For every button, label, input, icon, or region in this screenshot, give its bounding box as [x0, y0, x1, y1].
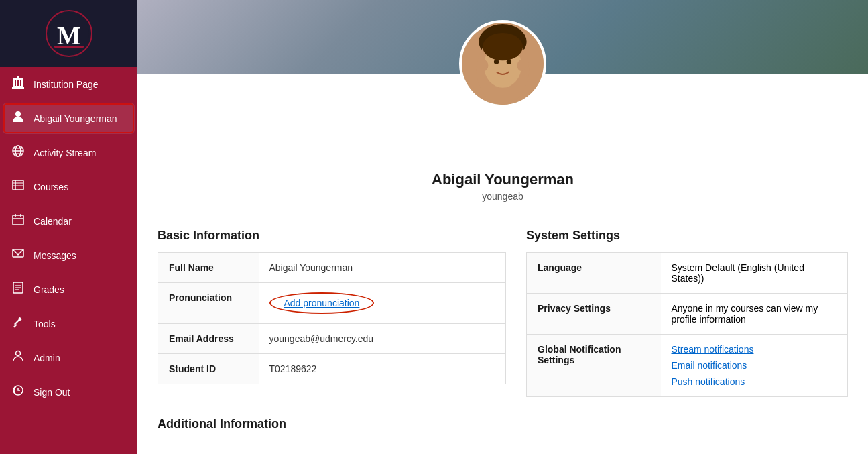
sidebar-item-grades[interactable]: Grades	[0, 272, 137, 306]
sidebar-item-courses[interactable]: Courses	[0, 170, 137, 204]
table-row: Email Address youngeab@udmercy.edu	[158, 324, 506, 354]
svg-text:M: M	[57, 21, 81, 50]
main-content: Abigail Youngerman youngeab Basic Inform…	[137, 0, 868, 454]
svg-rect-17	[13, 180, 23, 190]
sidebar-item-admin[interactable]: Admin	[0, 341, 137, 375]
sidebar-label-courses: Courses	[34, 182, 68, 192]
svg-rect-9	[19, 80, 20, 86]
svg-rect-7	[21, 80, 23, 86]
sidebar-label-admin: Admin	[34, 353, 60, 363]
sidebar-label-grades: Grades	[34, 284, 64, 295]
sidebar-item-activity-stream[interactable]: Activity Stream	[0, 135, 137, 170]
system-settings-title: System Settings	[526, 229, 848, 243]
globe-icon	[11, 144, 25, 161]
admin-icon	[11, 349, 25, 366]
avatar	[462, 20, 544, 107]
profile-name: Abigail Youngerman	[137, 171, 868, 188]
profile-username: youngeab	[137, 191, 868, 202]
svg-rect-21	[13, 215, 23, 225]
sidebar-label-institution: Institution Page	[34, 79, 99, 90]
sidebar-item-sign-out[interactable]: Sign Out	[0, 375, 137, 409]
table-row: Privacy Settings Anyone in my courses ca…	[527, 294, 848, 335]
additional-info-title: Additional Information	[158, 417, 848, 431]
svg-point-36	[494, 60, 499, 64]
courses-icon	[11, 178, 25, 195]
notifications-label: Global Notification Settings	[527, 335, 661, 397]
sidebar-label-messages: Messages	[34, 250, 76, 261]
student-id-label: Student ID	[158, 354, 259, 384]
add-pronunciation-link[interactable]: Add pronunciation	[269, 292, 375, 314]
logo-icon: M	[49, 13, 89, 54]
sidebar-item-messages[interactable]: Messages	[0, 238, 137, 272]
svg-rect-2	[54, 46, 84, 48]
svg-point-40	[517, 60, 526, 71]
profile-header	[137, 0, 868, 124]
privacy-value: Anyone in my courses can view my profile…	[661, 294, 848, 335]
student-id-value: T02189622	[259, 354, 506, 384]
language-value: System Default (English (United States))	[661, 253, 848, 294]
svg-rect-3	[17, 76, 19, 78]
full-name-label: Full Name	[158, 253, 259, 283]
sidebar-item-institution-page[interactable]: Institution Page	[0, 67, 137, 101]
signout-icon	[11, 384, 25, 400]
user-icon	[11, 110, 25, 127]
messages-icon	[11, 247, 25, 264]
email-value: youngeab@udmercy.edu	[259, 324, 506, 354]
table-row: Global Notification Settings Stream noti…	[527, 335, 848, 397]
table-row: Pronunciation Add pronunciation	[158, 283, 506, 324]
additional-info-section: Additional Information	[137, 410, 868, 454]
sidebar-label-user: Abigail Youngerman	[34, 113, 117, 124]
sidebar-item-user-profile[interactable]: Abigail Youngerman	[3, 103, 135, 134]
privacy-label: Privacy Settings	[527, 294, 661, 335]
pronunciation-value: Add pronunciation	[259, 283, 506, 324]
basic-info-table: Full Name Abigail Youngerman Pronunciati…	[158, 252, 506, 384]
profile-name-section: Abigail Youngerman youngeab	[137, 124, 868, 209]
stream-notifications-link[interactable]: Stream notifications	[672, 344, 837, 355]
full-name-value: Abigail Youngerman	[259, 253, 506, 283]
svg-point-38	[483, 33, 523, 60]
sidebar-item-calendar[interactable]: Calendar	[0, 204, 137, 238]
grades-icon	[11, 281, 25, 298]
svg-rect-5	[13, 86, 23, 87]
institution-icon	[11, 76, 25, 93]
sidebar-label-tools: Tools	[34, 319, 56, 329]
sidebar: M Institution Page	[0, 0, 137, 454]
sidebar-label-signout: Sign Out	[34, 387, 70, 398]
svg-rect-10	[12, 87, 24, 89]
system-settings-table: Language System Default (English (United…	[526, 252, 848, 397]
svg-rect-6	[13, 80, 15, 86]
sidebar-item-tools[interactable]: Tools	[0, 306, 137, 341]
basic-info-section: Basic Information Full Name Abigail Youn…	[158, 229, 506, 397]
notification-links: Stream notifications Email notifications…	[661, 335, 848, 397]
pronunciation-label: Pronunciation	[158, 283, 259, 324]
svg-point-11	[15, 111, 21, 117]
system-settings-section: System Settings Language System Default …	[526, 229, 848, 397]
svg-point-37	[507, 60, 512, 64]
table-row: Student ID T02189622	[158, 354, 506, 384]
basic-info-title: Basic Information	[158, 229, 506, 243]
table-row: Full Name Abigail Youngerman	[158, 253, 506, 283]
sidebar-logo: M	[0, 0, 137, 67]
svg-rect-4	[13, 78, 23, 80]
profile-avatar-container	[459, 20, 546, 107]
profile-body: Basic Information Full Name Abigail Youn…	[137, 215, 868, 410]
sidebar-label-activity: Activity Stream	[34, 148, 96, 158]
svg-point-30	[16, 351, 21, 356]
logo-circle: M	[46, 10, 92, 57]
svg-rect-8	[16, 80, 17, 86]
tools-icon	[11, 315, 25, 332]
calendar-icon	[11, 213, 25, 229]
sidebar-label-calendar: Calendar	[34, 216, 72, 227]
svg-point-39	[479, 60, 488, 71]
email-notifications-link[interactable]: Email notifications	[672, 360, 837, 371]
sidebar-navigation: Institution Page Abigail Youngerman	[0, 67, 137, 454]
email-label: Email Address	[158, 324, 259, 354]
push-notifications-link[interactable]: Push notifications	[672, 376, 837, 387]
language-label: Language	[527, 253, 661, 294]
table-row: Language System Default (English (United…	[527, 253, 848, 294]
